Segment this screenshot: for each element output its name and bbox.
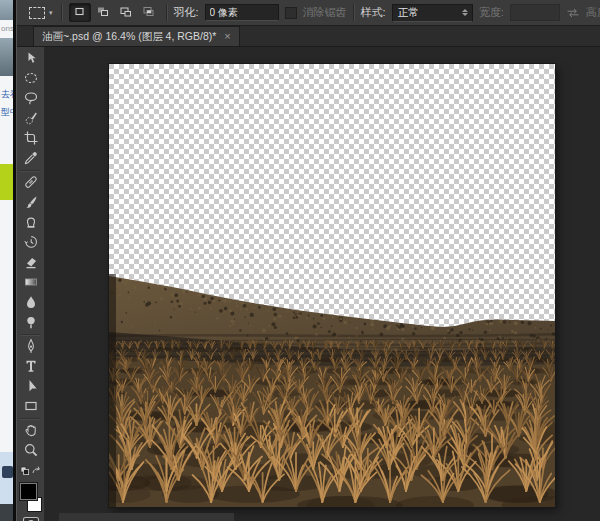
gradient-icon [23,274,39,293]
link-dimensions-icon [566,8,580,18]
tool-preset-button[interactable]: ▾ [27,5,55,21]
divider [353,4,355,21]
options-bar: ▾ 羽化: 消除锯齿 样式: 正常 宽度: 高度: 调整边缘 [17,0,600,26]
divider [166,4,168,21]
add-to-selection-button[interactable] [92,3,114,22]
canvas-workspace [45,47,600,521]
select-arrows-icon [462,6,468,19]
tool-group-divider [21,170,40,172]
divider [61,4,63,21]
document-tab-bar: 油画~.psd @ 16.4% (图层 4, RGB/8)* × [17,26,600,47]
color-swatches [19,482,43,512]
subtract-from-selection-button[interactable] [115,3,137,22]
tool-list [19,49,43,461]
new-selection-button[interactable] [69,3,91,22]
tool-palette [17,47,45,521]
rectangular-marquee-icon [29,7,45,19]
new-selection-icon [73,5,86,21]
crop-icon [23,130,39,149]
selection-mode-group [69,3,160,22]
style-label: 样式: [361,5,386,20]
hand-tool[interactable] [19,421,43,441]
subtract-from-selection-icon [119,5,132,21]
intersect-selection-button[interactable] [138,3,160,22]
eyedropper-icon [23,150,39,169]
photoshop-app: ons 去看 型中 ▾ 羽化: 消除锯齿 样式: 正常 [0,0,600,521]
main-content [17,47,600,521]
shape-tool[interactable] [19,397,43,417]
width-label: 宽度: [479,5,504,20]
close-tab-icon[interactable]: × [224,31,230,42]
blur-tool[interactable] [19,293,43,313]
quick-selection-tool[interactable] [19,109,43,129]
webpage-text-fragment: ons [1,24,14,33]
intersect-selection-icon [142,5,155,21]
brush-tool[interactable] [19,193,43,213]
antialias-label: 消除锯齿 [303,5,347,20]
type-icon [23,358,39,377]
pen-tool[interactable] [19,337,43,357]
feather-input[interactable] [205,4,279,21]
document-tab-title: 油画~.psd @ 16.4% (图层 4, RGB/8)* [42,30,216,44]
elliptical-marquee-icon [23,70,39,89]
add-to-selection-icon [96,5,109,21]
history-brush-tool[interactable] [19,233,43,253]
eyedropper-tool[interactable] [19,149,43,169]
healing-brush-tool[interactable] [19,173,43,193]
path-selection-tool[interactable] [19,377,43,397]
pen-icon [23,338,39,357]
feather-label: 羽化: [174,5,199,20]
width-input [510,4,560,21]
history-brush-icon [23,234,39,253]
path-selection-icon [23,378,39,397]
lasso-icon [23,90,39,109]
move-icon [23,50,39,69]
tool-group-divider [21,418,40,420]
lasso-tool[interactable] [19,89,43,109]
style-select[interactable]: 正常 [392,4,473,22]
type-tool[interactable] [19,357,43,377]
chevron-down-icon: ▾ [49,9,53,16]
zoom-icon [23,442,39,461]
dodge-tool[interactable] [19,313,43,333]
swap-colors-icon[interactable] [20,463,42,481]
zoom-tool[interactable] [19,441,43,461]
quick-selection-icon [23,110,39,129]
blur-icon [23,294,39,313]
shape-icon [23,398,39,417]
brush-icon [23,194,39,213]
hand-icon [23,422,39,441]
dodge-icon [23,314,39,333]
quick-mask-button[interactable] [22,516,40,521]
eraser-tool[interactable] [19,253,43,273]
photoshop-window: ▾ 羽化: 消除锯齿 样式: 正常 宽度: 高度: 调整边缘 [16,0,600,521]
transparent-landscape-image [109,64,555,507]
crop-tool[interactable] [19,129,43,149]
clone-stamp-tool[interactable] [19,213,43,233]
move-tool[interactable] [19,49,43,69]
eraser-icon [23,254,39,273]
status-bar-fragment [59,513,234,521]
elliptical-marquee-tool[interactable] [19,69,43,89]
antialias-checkbox [285,7,297,19]
foreground-color-swatch[interactable] [20,483,37,500]
healing-brush-icon [23,174,39,193]
style-value: 正常 [398,6,419,20]
clone-stamp-icon [23,214,39,233]
webpage-logo-fragment [2,466,13,478]
document-tab[interactable]: 油画~.psd @ 16.4% (图层 4, RGB/8)* × [33,26,240,46]
height-label: 高度: [586,5,600,20]
tool-group-divider [21,334,40,336]
document-canvas[interactable] [109,64,555,507]
gradient-tool[interactable] [19,273,43,293]
